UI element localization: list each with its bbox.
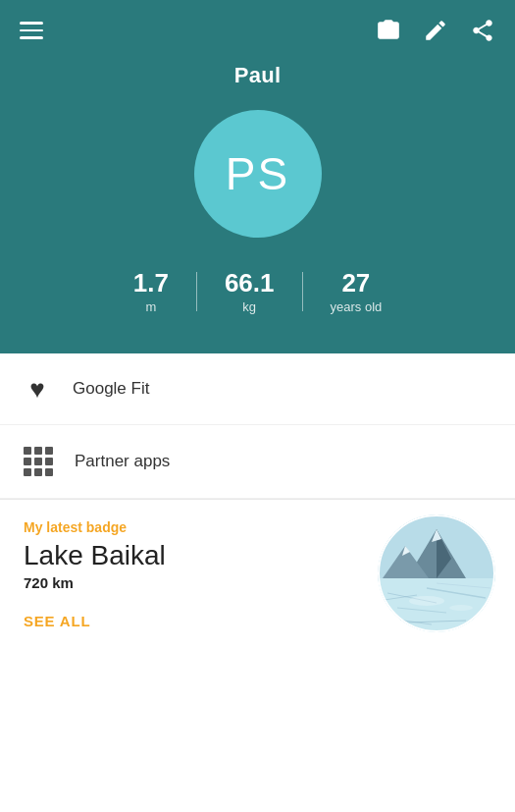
partner-apps-menu-item[interactable]: Partner apps [0,425,515,499]
avatar: PS [194,110,322,238]
stats-row: 1.7 m 66.1 kg 27 years old [106,269,410,314]
camera-icon[interactable] [376,18,401,43]
heart-shape: ♥ [29,376,44,402]
grid-dot [45,468,53,476]
grid-dot [24,468,31,476]
stat-height: 1.7 m [106,269,196,314]
stat-weight-label: kg [242,299,256,314]
edit-icon[interactable] [423,18,448,43]
grid-dot [34,468,42,476]
stat-age-value: 27 [341,269,370,298]
grid-dot [45,458,53,465]
grid-dot [45,447,53,455]
stat-weight: 66.1 kg [197,269,302,314]
grid-dot [24,458,31,465]
badge-section: My latest badge Lake Baikal 720 km SEE A… [0,499,515,666]
grid-dot [34,447,42,455]
stat-weight-value: 66.1 [225,269,275,298]
stat-height-value: 1.7 [133,269,169,298]
hamburger-menu-icon[interactable] [20,22,43,39]
svg-point-16 [449,605,473,611]
svg-point-15 [409,596,444,606]
stat-height-label: m [145,299,156,314]
stat-age-label: years old [331,299,383,314]
grid-dot [34,458,42,465]
heart-icon: ♥ [24,375,51,403]
header-section: Paul PS 1.7 m 66.1 kg 27 years old [0,0,515,353]
share-icon[interactable] [470,18,495,43]
grid-dot [24,447,31,455]
badge-image [378,514,495,632]
partner-apps-label: Partner apps [75,452,170,471]
user-name: Paul [234,63,282,88]
google-fit-menu-item[interactable]: ♥ Google Fit [0,353,515,425]
content-section: ♥ Google Fit Partner apps My latest badg… [0,353,515,666]
top-right-icons [376,18,495,43]
avatar-initials: PS [226,147,289,200]
top-bar [0,0,515,53]
stat-age: 27 years old [303,269,410,314]
grid-icon [24,447,53,476]
google-fit-label: Google Fit [73,379,149,399]
